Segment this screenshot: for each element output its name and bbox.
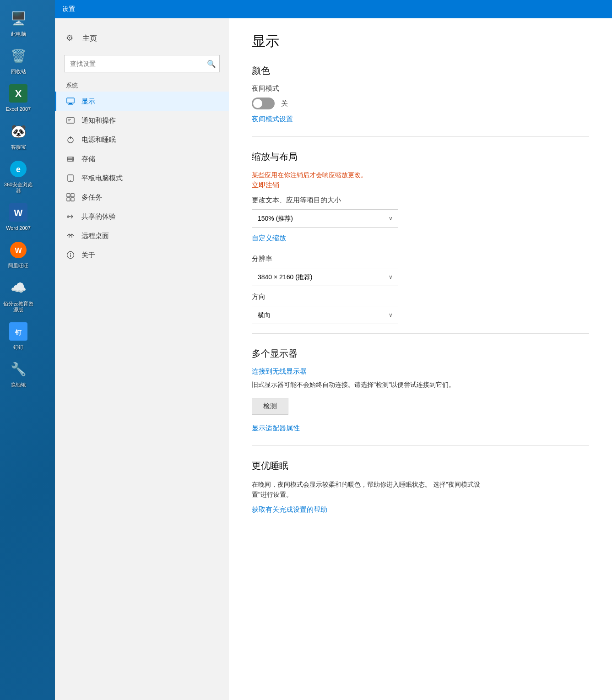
wireless-display-link[interactable]: 连接到无线显示器 [252,367,307,376]
sidebar-item-remote[interactable]: 远程桌面 [55,226,229,245]
desktop-icon-word[interactable]: W Word 2007 [1,199,36,234]
home-gear-icon: ⚙ [66,33,77,44]
resolution-dropdown[interactable]: 3840 × 2160 (推荐) 2560 × 1440 1920 × 1080… [252,268,398,286]
svg-rect-11 [69,103,72,104]
sidebar-item-power[interactable]: 电源和睡眠 [55,130,229,149]
sleep-body-text: 在晚间，夜间模式会显示较柔和的暖色，帮助你进入睡眠状态。 选择"夜间模式设置"进… [252,479,490,500]
custom-scale-link[interactable]: 自定义缩放 [252,234,286,243]
sidebar-item-multitask[interactable]: 多任务 [55,188,229,207]
desktop-icons-left: 🖥️ 此电脑 🗑️ 回收站 X Excel 2007 🐼 客服宝 [0,0,37,391]
desktop-icon-360[interactable]: e 360安全浏览器 [1,155,36,196]
word-label: Word 2007 [6,225,31,231]
settings-sidebar: ⚙ 主页 🔍 系统 [55,18,229,700]
dingding-label: 钉钉 [13,344,23,350]
huanjian-label: 换锄锹 [11,382,26,388]
night-mode-toggle-row: 关 [252,98,589,109]
adapter-properties-link[interactable]: 显示适配器属性 [252,424,300,433]
remote-nav-icon [66,231,75,240]
scale-label: 更改文本、应用等项目的大小 [252,196,589,205]
multitask-nav-icon [66,193,75,202]
notification-nav-icon [66,116,75,125]
desktop-icon-recycle[interactable]: 🗑️ 回收站 [1,42,36,77]
desktop-icon-service[interactable]: 🐼 客服宝 [1,118,36,153]
scale-section-title: 缩放与布局 [252,151,589,163]
desktop-icon-dingding[interactable]: 钉 钉钉 [1,318,36,353]
tablet-nav-label: 平板电脑模式 [81,174,123,183]
computer-label: 此电脑 [11,31,26,37]
excel-icon: X [7,82,29,104]
sidebar-home-button[interactable]: ⚙ 主页 [55,27,229,49]
bafenyun-icon: ☁️ [7,277,29,299]
desktop-icon-huanjian[interactable]: 🔧 换锄锹 [1,355,36,391]
scale-dropdown[interactable]: 100% 125% 150% (推荐) 175% 200% [252,209,398,228]
desktop-icon-bafenyun[interactable]: ☁️ 佰分云教育资源版 [1,274,36,315]
svg-point-18 [72,157,73,158]
adapter-link-wrapper: 显示适配器属性 [252,424,589,436]
svg-point-21 [70,180,71,181]
search-icon-button[interactable]: 🔍 [207,60,216,68]
multitask-nav-label: 多任务 [81,193,102,202]
orientation-label: 方向 [252,293,589,301]
desktop: 🖥️ 此电脑 🗑️ 回收站 X Excel 2007 🐼 客服宝 [0,0,612,700]
sidebar-item-display[interactable]: 显示 [55,92,229,111]
sidebar-item-tablet[interactable]: 平板电脑模式 [55,168,229,188]
search-input[interactable] [64,55,220,72]
help-link[interactable]: 获取有关完成设置的帮助 [252,505,327,514]
color-section-title: 颜色 [252,65,589,77]
tablet-nav-icon [66,174,75,183]
detect-button[interactable]: 检测 [252,398,288,415]
sidebar-item-share[interactable]: 共享的体验 [55,207,229,226]
divider-2 [252,333,589,334]
power-nav-label: 电源和睡眠 [81,136,116,144]
night-mode-toggle[interactable] [252,98,275,109]
logout-link[interactable]: 立即注销 [252,180,279,190]
computer-icon: 🖥️ [7,7,29,29]
recycle-label: 回收站 [11,69,26,75]
remote-nav-label: 远程桌面 [81,232,109,240]
about-nav-icon [66,250,75,260]
sidebar-item-about[interactable]: 关于 [55,245,229,265]
browser360-icon: e [7,158,29,180]
svg-text:X: X [15,88,22,99]
svg-rect-13 [67,118,74,123]
scale-warning-text: 某些应用在你注销后才会响应缩放更改。 立即注销 [252,170,589,194]
sidebar-item-notification[interactable]: 通知和操作 [55,111,229,130]
orientation-dropdown[interactable]: 横向 纵向 横向(翻转) 纵向(翻转) [252,306,398,324]
svg-rect-25 [71,198,74,201]
svg-text:W: W [14,208,23,218]
share-nav-icon [66,212,75,221]
home-label: 主页 [82,34,97,43]
settings-window: 设置 ⚙ 主页 🔍 系统 [55,0,612,700]
svg-text:W: W [15,247,22,255]
svg-rect-10 [67,98,74,103]
multi-display-body: 旧式显示器可能不会始终自动连接。请选择"检测"以便尝试连接到它们。 [252,380,490,390]
svg-rect-12 [68,104,73,105]
warning-line1: 某些应用在你注销后才会响应缩放更改。 [252,171,367,179]
huanjian-icon: 🔧 [7,358,29,380]
settings-main: 显示 颜色 夜间模式 关 夜间模式设置 缩放与布局 某些应用在你注销后才会响应缩… [229,18,612,700]
desktop-icon-excel[interactable]: X Excel 2007 [1,80,36,115]
svg-text:e: e [16,165,21,174]
multi-display-title: 多个显示器 [252,347,589,360]
browser360-label: 360安全浏览器 [3,182,34,194]
storage-nav-icon [66,154,75,163]
settings-content: ⚙ 主页 🔍 系统 [55,18,612,700]
power-nav-icon [66,135,75,144]
sidebar-item-storage[interactable]: 存储 [55,149,229,168]
svg-rect-23 [71,194,74,197]
aliwangwang-icon: W [7,239,29,261]
title-bar: 设置 [55,0,612,18]
night-mode-settings-link[interactable]: 夜间模式设置 [252,115,293,124]
divider-1 [252,136,589,137]
service-icon: 🐼 [7,120,29,142]
desktop-icon-computer[interactable]: 🖥️ 此电脑 [1,5,36,40]
svg-point-32 [70,253,71,254]
about-nav-label: 关于 [81,251,95,260]
desktop-icon-aliwangwang[interactable]: W 阿里旺旺 [1,236,36,271]
svg-rect-24 [67,198,70,201]
title-bar-text: 设置 [62,5,75,13]
display-nav-label: 显示 [81,97,95,106]
sleep-section-title: 更优睡眠 [252,460,589,472]
page-title: 显示 [252,32,589,51]
system-section-label: 系统 [55,78,229,92]
